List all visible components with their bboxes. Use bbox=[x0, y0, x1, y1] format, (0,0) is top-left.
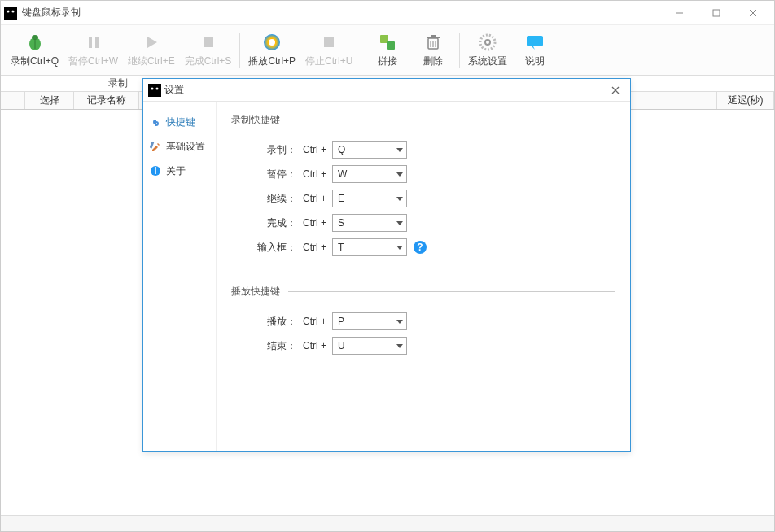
dialog-content: 录制快捷键 录制： Ctrl + Q 暂停： Ctrl + W bbox=[217, 102, 630, 451]
combo-play-value: P bbox=[333, 316, 392, 327]
help-button[interactable]: 说明 bbox=[512, 26, 558, 75]
svg-point-28 bbox=[485, 40, 490, 45]
combo-play[interactable]: P bbox=[332, 312, 407, 330]
settings-label: 系统设置 bbox=[468, 55, 507, 68]
finish-button[interactable]: 完成Ctrl+S bbox=[180, 26, 237, 75]
svg-rect-29 bbox=[527, 36, 543, 46]
section-record-shortcuts: 录制快捷键 bbox=[231, 113, 615, 127]
section2-label: 播放快捷键 bbox=[231, 285, 280, 299]
window-controls bbox=[661, 2, 771, 24]
svg-rect-12 bbox=[89, 37, 92, 48]
combo-record[interactable]: Q bbox=[332, 141, 407, 159]
trash-icon bbox=[423, 32, 444, 53]
pause-button[interactable]: 暂停Ctrl+W bbox=[63, 26, 123, 75]
play-button[interactable]: 播放Ctrl+P bbox=[243, 26, 300, 75]
chevron-down-icon bbox=[392, 142, 406, 158]
chevron-down-icon bbox=[392, 190, 406, 207]
label-resume: 继续： bbox=[231, 192, 296, 206]
svg-rect-13 bbox=[95, 37, 99, 48]
svg-marker-39 bbox=[396, 148, 403, 152]
svg-marker-30 bbox=[532, 46, 535, 50]
combo-resume-value: E bbox=[333, 193, 392, 204]
svg-rect-36 bbox=[150, 142, 154, 149]
combo-pause[interactable]: W bbox=[332, 165, 407, 183]
combo-input-value: T bbox=[333, 242, 392, 253]
row-input: 输入框： Ctrl + T ? bbox=[231, 236, 615, 259]
ctrl-prefix: Ctrl + bbox=[296, 316, 332, 327]
svg-marker-41 bbox=[396, 197, 403, 201]
delete-button[interactable]: 删除 bbox=[410, 26, 456, 75]
ctrl-prefix: Ctrl + bbox=[296, 242, 332, 253]
dialog-sidebar: 快捷键 基础设置 i 关于 bbox=[143, 102, 217, 451]
toolbar-separator bbox=[239, 33, 240, 68]
row-pause: 暂停： Ctrl + W bbox=[231, 163, 615, 185]
stop-button[interactable]: 停止Ctrl+U bbox=[300, 26, 357, 75]
help-label: 说明 bbox=[525, 55, 545, 68]
row-end: 结束： Ctrl + U bbox=[231, 334, 615, 357]
ctrl-prefix: Ctrl + bbox=[296, 193, 332, 204]
bug-icon bbox=[24, 32, 46, 53]
status-bar bbox=[1, 515, 774, 531]
ctrl-prefix: Ctrl + bbox=[296, 168, 332, 180]
col-delay[interactable]: 延迟(秒) bbox=[717, 92, 774, 109]
dialog-title: 设置 bbox=[164, 83, 606, 97]
join-label: 拼接 bbox=[378, 55, 397, 68]
row-resume: 继续： Ctrl + E bbox=[231, 187, 615, 210]
maximize-button[interactable] bbox=[698, 2, 734, 24]
col-select[interactable]: 选择 bbox=[25, 92, 74, 109]
dialog-body: 快捷键 基础设置 i 关于 录制快捷键 录制： Ctrl + Q bbox=[143, 102, 630, 451]
sidebar-item-about[interactable]: i 关于 bbox=[143, 159, 216, 183]
svg-marker-47 bbox=[396, 344, 403, 348]
chevron-down-icon bbox=[392, 239, 406, 255]
ctrl-prefix: Ctrl + bbox=[296, 217, 332, 229]
sidebar-shortcuts-label: 快捷键 bbox=[166, 116, 195, 129]
link-icon bbox=[150, 116, 161, 128]
sidebar-item-basic[interactable]: 基础设置 bbox=[143, 134, 216, 159]
join-button[interactable]: 拼接 bbox=[365, 26, 410, 75]
settings-button[interactable]: 系统设置 bbox=[463, 26, 512, 75]
sidebar-item-shortcuts[interactable]: 快捷键 bbox=[143, 110, 216, 134]
col-blank[interactable] bbox=[1, 92, 25, 109]
resume-label: 继续Ctrl+E bbox=[128, 55, 175, 68]
svg-text:?: ? bbox=[417, 242, 423, 253]
section-line bbox=[288, 291, 615, 292]
label-record: 录制： bbox=[231, 143, 296, 157]
combo-pause-value: W bbox=[333, 168, 392, 180]
svg-text:i: i bbox=[154, 165, 156, 177]
combo-end[interactable]: U bbox=[332, 337, 407, 355]
svg-rect-22 bbox=[427, 37, 440, 38]
svg-rect-6 bbox=[713, 10, 720, 16]
chevron-down-icon bbox=[392, 338, 406, 354]
record-button[interactable]: 录制Ctrl+Q bbox=[6, 26, 63, 75]
sidebar-about-label: 关于 bbox=[166, 164, 186, 178]
svg-marker-43 bbox=[396, 246, 403, 250]
label-end: 结束： bbox=[231, 339, 296, 353]
stop-label: 停止Ctrl+U bbox=[305, 55, 352, 68]
titlebar: 键盘鼠标录制 bbox=[1, 1, 774, 25]
combo-input[interactable]: T bbox=[332, 238, 407, 256]
pause-label: 暂停Ctrl+W bbox=[68, 55, 118, 68]
info-icon: i bbox=[150, 165, 161, 177]
window-title: 键盘鼠标录制 bbox=[22, 6, 661, 20]
svg-marker-14 bbox=[147, 37, 157, 48]
record-label: 录制Ctrl+Q bbox=[11, 55, 59, 68]
help-icon-button[interactable]: ? bbox=[412, 239, 428, 255]
combo-record-value: Q bbox=[333, 144, 392, 155]
label-pause: 暂停： bbox=[231, 168, 296, 181]
combo-resume[interactable]: E bbox=[332, 190, 407, 207]
close-button[interactable] bbox=[734, 2, 771, 24]
section1-label: 录制快捷键 bbox=[231, 113, 280, 127]
combo-finish[interactable]: S bbox=[332, 214, 407, 232]
pause-icon bbox=[83, 32, 104, 53]
chevron-down-icon bbox=[392, 313, 406, 329]
settings-dialog: 设置 快捷键 基础设置 i 关于 录制快捷键 bbox=[142, 78, 631, 452]
resume-button[interactable]: 继续Ctrl+E bbox=[123, 26, 180, 75]
svg-point-17 bbox=[269, 39, 275, 46]
svg-rect-23 bbox=[431, 35, 436, 37]
sidebar-basic-label: 基础设置 bbox=[166, 140, 205, 154]
ctrl-prefix: Ctrl + bbox=[296, 144, 332, 155]
minimize-button[interactable] bbox=[661, 2, 698, 24]
col-name[interactable]: 记录名称 bbox=[74, 92, 139, 109]
dialog-close-button[interactable] bbox=[606, 81, 625, 100]
svg-rect-15 bbox=[204, 37, 213, 47]
